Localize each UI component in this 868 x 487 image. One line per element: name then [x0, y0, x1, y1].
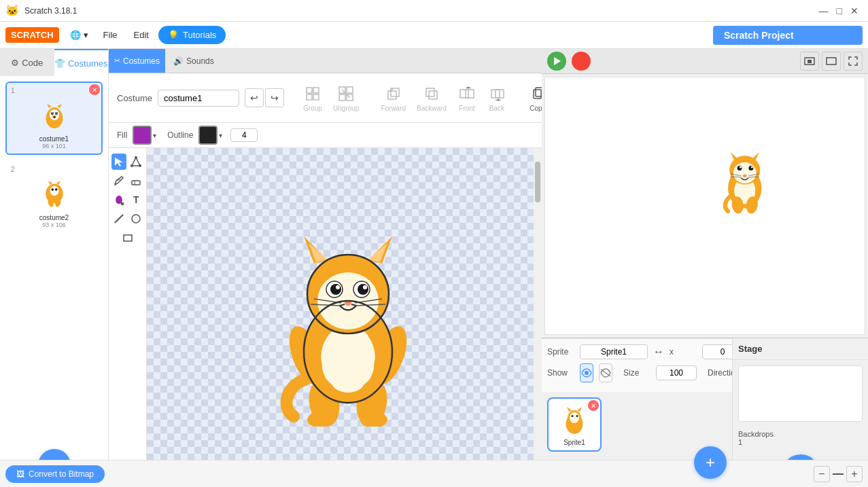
- sounds-tab[interactable]: 🔊 Sounds: [165, 49, 222, 73]
- minimize-button[interactable]: —: [815, 4, 833, 18]
- group-button[interactable]: Group: [300, 82, 325, 115]
- svg-point-14: [51, 188, 54, 191]
- reshape-tool[interactable]: [129, 154, 144, 170]
- large-stage-button[interactable]: [822, 52, 841, 71]
- show-visible-button[interactable]: [580, 363, 593, 382]
- drawing-area: T: [109, 148, 542, 487]
- backdrops-info: Backdrops 1: [733, 427, 868, 449]
- forward-button[interactable]: Forward: [378, 82, 409, 115]
- stage-area: [544, 77, 865, 335]
- fill-arrow-icon[interactable]: ▾: [153, 132, 156, 139]
- delete-costume-1-button[interactable]: ✕: [89, 84, 100, 95]
- hide-visible-button[interactable]: [599, 363, 612, 382]
- stage-header: Stage: [733, 338, 868, 360]
- costume-list: ✕ 1: [0, 76, 108, 444]
- svg-marker-120: [567, 407, 572, 412]
- svg-marker-121: [577, 407, 582, 412]
- tab-code[interactable]: ⚙ Code: [0, 49, 54, 76]
- svg-rect-55: [124, 235, 132, 241]
- language-button[interactable]: 🌐 ▾: [65, 27, 94, 43]
- green-flag-button[interactable]: [547, 52, 566, 71]
- costume-label: Costume: [117, 93, 152, 103]
- svg-point-13: [50, 186, 58, 196]
- costume-1-name: costume1: [39, 135, 69, 143]
- edit-menu[interactable]: Edit: [127, 27, 156, 43]
- ungroup-button[interactable]: Ungroup: [330, 82, 362, 115]
- x-input[interactable]: [702, 344, 732, 359]
- tab-costumes[interactable]: 👕 Costumes: [54, 49, 109, 76]
- svg-point-66: [330, 284, 341, 295]
- file-menu[interactable]: File: [97, 27, 124, 43]
- fill-color-swatch[interactable]: [133, 126, 152, 145]
- svg-point-111: [585, 371, 589, 375]
- app-title: Scratch 3.18.1: [24, 6, 77, 16]
- titlebar: 🐱 Scratch 3.18.1 — □ ✕: [0, 0, 868, 22]
- front-button[interactable]: Front: [455, 82, 479, 115]
- costume-item-1[interactable]: ✕ 1: [5, 82, 103, 155]
- sprite-name-input[interactable]: [580, 344, 648, 359]
- tool-row-5: [111, 230, 143, 246]
- svg-marker-87: [554, 57, 561, 65]
- costume-2-size: 93 x 106: [42, 221, 66, 228]
- svg-rect-52: [121, 202, 124, 205]
- costume-1-number: 1: [11, 87, 15, 94]
- svg-rect-20: [307, 88, 312, 93]
- svg-rect-90: [827, 58, 836, 65]
- svg-point-6: [56, 113, 57, 114]
- close-button[interactable]: ✕: [846, 4, 863, 18]
- svg-point-48: [131, 164, 133, 167]
- canvas-bottom-bar: 🖼 Convert to Bitmap − +: [109, 460, 542, 487]
- svg-rect-33: [460, 90, 468, 98]
- rect-tool[interactable]: [120, 230, 136, 246]
- tool-row-2: [111, 173, 143, 189]
- svg-point-5: [52, 113, 53, 114]
- add-sprite-button[interactable]: +: [694, 446, 727, 479]
- svg-rect-21: [313, 88, 319, 93]
- copy-button[interactable]: Copy: [525, 82, 542, 115]
- undo-button[interactable]: ↩: [245, 88, 264, 107]
- backward-button[interactable]: Backward: [414, 82, 449, 115]
- maximize-button[interactable]: □: [833, 4, 846, 18]
- group-icon: [303, 84, 322, 103]
- svg-rect-26: [339, 94, 345, 101]
- costume-2-name: costume2: [39, 214, 69, 221]
- vertical-scrollbar[interactable]: [534, 148, 542, 460]
- project-name-input[interactable]: [713, 26, 863, 45]
- svg-point-69: [363, 285, 367, 289]
- pencil-tool[interactable]: [111, 173, 126, 189]
- back-button[interactable]: Back: [485, 82, 509, 115]
- circle-tool[interactable]: [129, 211, 144, 227]
- fill-label: Fill: [117, 130, 127, 140]
- svg-point-102: [740, 166, 742, 168]
- canvas-area[interactable]: [147, 148, 542, 487]
- svg-marker-16: [48, 181, 52, 184]
- outline-arrow-icon[interactable]: ▾: [219, 132, 222, 139]
- fullscreen-button[interactable]: [844, 52, 863, 71]
- eraser-tool[interactable]: [129, 173, 144, 189]
- small-stage-button[interactable]: [800, 52, 819, 71]
- sprite-item-1[interactable]: ✕ Sprite1: [547, 397, 602, 452]
- outline-color-swatch[interactable]: [198, 126, 218, 145]
- select-tool[interactable]: [111, 154, 126, 170]
- stage-thumbnail[interactable]: [738, 365, 863, 422]
- costumes-tab-label[interactable]: Costumes: [123, 56, 160, 66]
- tool-row-4: [111, 211, 143, 227]
- svg-rect-37: [534, 90, 541, 98]
- text-tool[interactable]: T: [129, 192, 144, 208]
- front-icon: [457, 84, 476, 103]
- costume-name-input[interactable]: [158, 90, 239, 107]
- line-tool[interactable]: [111, 211, 126, 227]
- fill-tool[interactable]: [111, 192, 126, 208]
- outline-size-input[interactable]: [230, 128, 258, 142]
- svg-rect-31: [429, 91, 437, 99]
- x-arrow-icon: ↔: [653, 346, 664, 358]
- stop-button[interactable]: [572, 52, 591, 71]
- costume-item-2[interactable]: 2 costume2 93: [5, 160, 103, 234]
- svg-point-103: [751, 166, 753, 168]
- delete-sprite-1-button[interactable]: ✕: [588, 400, 599, 411]
- size-input[interactable]: [656, 365, 697, 380]
- tutorials-button[interactable]: 💡 Tutorials: [158, 26, 226, 44]
- backward-icon: [422, 84, 441, 103]
- redo-button[interactable]: ↪: [265, 88, 284, 107]
- fill-outline-toolbar: Fill ▾ Outline ▾: [109, 123, 542, 148]
